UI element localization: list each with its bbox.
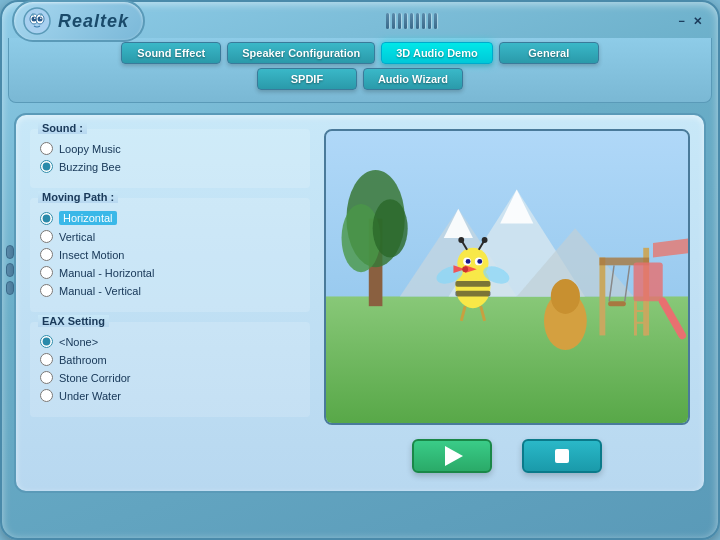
svg-rect-32 xyxy=(455,281,490,287)
app-window: Realtek − ✕ Sound Effect Speaker Configu… xyxy=(0,0,720,540)
close-button[interactable]: ✕ xyxy=(693,15,702,28)
eax-group: EAX Setting <None> Bathroom Stone Corrid… xyxy=(30,322,310,417)
app-title: Realtek xyxy=(58,11,129,32)
nav-area: Sound Effect Speaker Configuration 3D Au… xyxy=(8,38,712,103)
path-manual-v-radio[interactable] xyxy=(40,284,53,297)
tab-spdif[interactable]: SPDIF xyxy=(257,68,357,90)
path-insect-radio[interactable] xyxy=(40,248,53,261)
drag-line xyxy=(398,13,401,29)
path-manual-h-radio[interactable] xyxy=(40,266,53,279)
nav-row-1: Sound Effect Speaker Configuration 3D Au… xyxy=(19,42,701,64)
left-panel: Sound : Loopy Music Buzzing Bee Moving P… xyxy=(30,129,310,477)
svg-point-6 xyxy=(40,17,42,19)
logo-area: Realtek xyxy=(12,0,145,42)
path-vertical-label: Vertical xyxy=(59,231,95,243)
sound-buzzing-radio[interactable] xyxy=(40,160,53,173)
eax-under-water[interactable]: Under Water xyxy=(40,389,300,402)
realtek-logo-icon xyxy=(22,6,52,36)
side-grip-left xyxy=(6,245,14,295)
main-content: Sound : Loopy Music Buzzing Bee Moving P… xyxy=(14,113,706,493)
grip-bump xyxy=(6,281,14,295)
path-manual-horizontal[interactable]: Manual - Horizontal xyxy=(40,266,300,279)
path-vertical[interactable]: Vertical xyxy=(40,230,300,243)
minimize-button[interactable]: − xyxy=(679,15,685,27)
path-horizontal-radio[interactable] xyxy=(40,212,53,225)
svg-point-5 xyxy=(34,17,36,19)
eax-bathroom-radio[interactable] xyxy=(40,353,53,366)
svg-rect-8 xyxy=(326,296,688,423)
tab-audio-wizard[interactable]: Audio Wizard xyxy=(363,68,463,90)
eax-bathroom-label: Bathroom xyxy=(59,354,107,366)
path-horizontal[interactable]: Horizontal xyxy=(40,211,300,225)
window-controls: − ✕ xyxy=(679,15,702,28)
right-panel xyxy=(324,129,690,477)
tab-sound-effect[interactable]: Sound Effect xyxy=(121,42,221,64)
eax-stone-label: Stone Corridor xyxy=(59,372,131,384)
svg-point-40 xyxy=(458,237,464,243)
drag-line xyxy=(434,13,437,29)
eax-bathroom[interactable]: Bathroom xyxy=(40,353,300,366)
eax-none-radio[interactable] xyxy=(40,335,53,348)
path-manual-v-label: Manual - Vertical xyxy=(59,285,141,297)
svg-point-4 xyxy=(38,17,43,22)
eax-none-label: <None> xyxy=(59,336,98,348)
svg-rect-18 xyxy=(599,258,605,336)
drag-line xyxy=(422,13,425,29)
moving-path-label: Moving Path : xyxy=(38,191,118,203)
sound-loopy-radio[interactable] xyxy=(40,142,53,155)
tab-general[interactable]: General xyxy=(499,42,599,64)
svg-rect-24 xyxy=(634,262,663,301)
preview-area xyxy=(324,129,690,425)
path-manual-h-label: Manual - Horizontal xyxy=(59,267,154,279)
tab-3d-audio-demo[interactable]: 3D Audio Demo xyxy=(381,42,493,64)
moving-path-group: Moving Path : Horizontal Vertical Insect… xyxy=(30,198,310,312)
play-button[interactable] xyxy=(412,439,492,473)
sound-loopy-label: Loopy Music xyxy=(59,143,121,155)
path-manual-vertical[interactable]: Manual - Vertical xyxy=(40,284,300,297)
sound-group-label: Sound : xyxy=(38,122,87,134)
sound-loopy-music[interactable]: Loopy Music xyxy=(40,142,300,155)
svg-point-3 xyxy=(32,17,37,22)
drag-line xyxy=(404,13,407,29)
play-icon xyxy=(445,446,463,466)
svg-point-37 xyxy=(466,259,471,264)
svg-point-42 xyxy=(482,237,488,243)
drag-line xyxy=(386,13,389,29)
drag-line xyxy=(392,13,395,29)
eax-stone-corridor[interactable]: Stone Corridor xyxy=(40,371,300,384)
title-bar: Realtek − ✕ xyxy=(2,2,718,38)
eax-none[interactable]: <None> xyxy=(40,335,300,348)
drag-line xyxy=(428,13,431,29)
eax-water-radio[interactable] xyxy=(40,389,53,402)
path-insect-motion[interactable]: Insect Motion xyxy=(40,248,300,261)
path-horizontal-label: Horizontal xyxy=(59,211,117,225)
path-insect-label: Insect Motion xyxy=(59,249,124,261)
svg-point-51 xyxy=(551,279,580,314)
controls-row xyxy=(324,435,690,477)
eax-stone-radio[interactable] xyxy=(40,371,53,384)
path-vertical-radio[interactable] xyxy=(40,230,53,243)
svg-point-47 xyxy=(462,266,468,272)
stop-button[interactable] xyxy=(522,439,602,473)
sound-buzzing-label: Buzzing Bee xyxy=(59,161,121,173)
svg-point-38 xyxy=(477,259,482,264)
scene-svg xyxy=(326,131,688,423)
nav-row-2: SPDIF Audio Wizard xyxy=(19,68,701,90)
grip-bump xyxy=(6,245,14,259)
sound-group: Sound : Loopy Music Buzzing Bee xyxy=(30,129,310,188)
drag-line xyxy=(416,13,419,29)
drag-handle xyxy=(145,13,679,29)
svg-rect-23 xyxy=(608,301,626,306)
svg-point-17 xyxy=(373,199,408,257)
grip-bump xyxy=(6,263,14,277)
svg-rect-33 xyxy=(455,291,490,297)
drag-line xyxy=(410,13,413,29)
stop-icon xyxy=(555,449,569,463)
eax-group-label: EAX Setting xyxy=(38,315,109,327)
tab-speaker-config[interactable]: Speaker Configuration xyxy=(227,42,375,64)
eax-water-label: Under Water xyxy=(59,390,121,402)
sound-buzzing-bee[interactable]: Buzzing Bee xyxy=(40,160,300,173)
